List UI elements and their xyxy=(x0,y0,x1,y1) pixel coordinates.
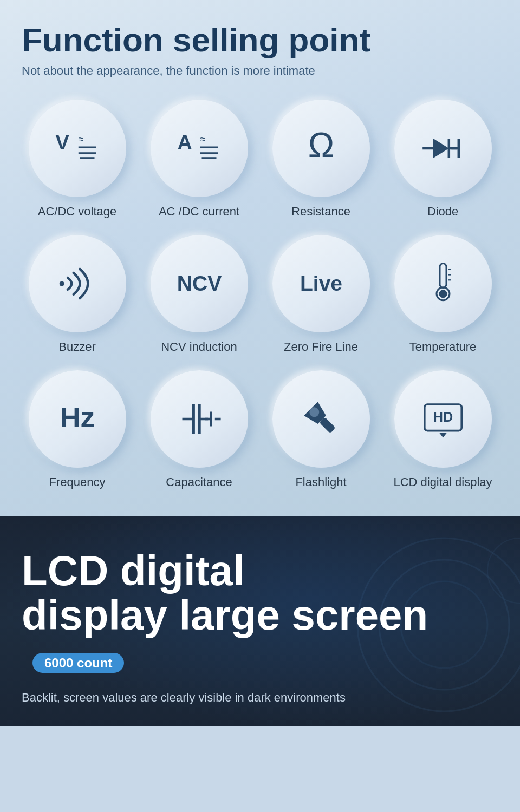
feature-label-flashlight: Flashlight xyxy=(295,475,346,489)
svg-text:NCV: NCV xyxy=(177,272,221,295)
svg-marker-12 xyxy=(433,139,449,158)
lcd-title-line1: LCD digital xyxy=(22,547,245,594)
lcd-subtitle: Backlit, screen values are clearly visib… xyxy=(22,691,498,705)
svg-marker-39 xyxy=(439,433,446,437)
feature-circle-voltage: V ≈ xyxy=(29,100,126,197)
svg-text:≈: ≈ xyxy=(78,134,83,145)
svg-text:≈: ≈ xyxy=(200,134,205,145)
svg-text:Hz: Hz xyxy=(60,402,95,433)
feature-label-ncv: NCV induction xyxy=(161,340,237,354)
feature-circle-cap xyxy=(151,370,248,468)
feature-temperature: Temperature xyxy=(387,235,498,354)
current-icon: A ≈ xyxy=(175,124,224,173)
ncv-icon: NCV xyxy=(175,259,224,308)
main-title: Function selling point xyxy=(22,22,498,58)
feature-circle-lcd: HD xyxy=(394,370,492,468)
feature-circle-ncv: NCV xyxy=(151,235,248,332)
svg-text:V: V xyxy=(55,131,69,154)
feature-lcd-display: HD LCD digital display xyxy=(387,370,498,489)
lcd-title-line2: display large screen xyxy=(22,591,428,639)
count-badge: 6000 count xyxy=(32,653,124,673)
feature-label-current: AC /DC current xyxy=(159,205,239,219)
svg-text:Live: Live xyxy=(300,272,342,295)
feature-label-freq: Frequency xyxy=(49,475,106,489)
feature-label-temp: Temperature xyxy=(410,340,477,354)
svg-rect-20 xyxy=(440,264,446,288)
svg-text:Ω: Ω xyxy=(308,125,334,165)
svg-point-22 xyxy=(439,290,447,298)
feature-capacitance: Capacitance xyxy=(144,370,255,489)
feature-ncv: NCV NCV induction xyxy=(144,235,255,354)
top-section: Function selling point Not about the app… xyxy=(0,0,520,516)
feature-circle-flashlight xyxy=(272,370,370,468)
feature-circle-current: A ≈ xyxy=(151,100,248,197)
feature-label-resistance: Resistance xyxy=(291,205,350,219)
features-grid: V ≈ AC/DC voltage A ≈ AC /DC xyxy=(22,100,498,489)
bottom-section: LCD digital display large screen 6000 co… xyxy=(0,516,520,726)
subtitle: Not about the appearance, the function i… xyxy=(22,64,498,78)
feature-circle-resistance: Ω xyxy=(272,100,370,197)
thermometer-icon xyxy=(419,259,467,308)
feature-label-cap: Capacitance xyxy=(166,475,232,489)
resistance-icon: Ω xyxy=(297,124,346,173)
buzzer-icon xyxy=(53,259,102,308)
svg-text:HD: HD xyxy=(433,410,452,425)
feature-circle-temp xyxy=(394,235,492,332)
feature-label-lcd: LCD digital display xyxy=(393,475,492,489)
svg-text:A: A xyxy=(177,131,192,154)
feature-frequency: Hz Frequency xyxy=(22,370,133,489)
feature-buzzer: Buzzer xyxy=(22,235,133,354)
diode-icon xyxy=(419,124,467,173)
voltage-icon: V ≈ xyxy=(53,124,102,173)
bottom-content: LCD digital display large screen 6000 co… xyxy=(22,549,498,705)
feature-circle-diode xyxy=(394,100,492,197)
feature-circle-buzzer xyxy=(29,235,126,332)
live-icon: Live xyxy=(297,259,346,308)
lcd-title: LCD digital display large screen 6000 co… xyxy=(22,549,498,682)
feature-label-live: Zero Fire Line xyxy=(284,340,358,354)
feature-diode: Diode xyxy=(387,100,498,219)
feature-ac-dc-current: A ≈ AC /DC current xyxy=(144,100,255,219)
hd-display-icon: HD xyxy=(419,395,467,443)
feature-zero-fire-line: Live Zero Fire Line xyxy=(265,235,376,354)
feature-ac-dc-voltage: V ≈ AC/DC voltage xyxy=(22,100,133,219)
capacitor-icon xyxy=(175,395,224,443)
feature-circle-live: Live xyxy=(272,235,370,332)
feature-circle-freq: Hz xyxy=(29,370,126,468)
svg-point-17 xyxy=(59,281,64,286)
feature-label-diode: Diode xyxy=(427,205,458,219)
feature-label-voltage: AC/DC voltage xyxy=(38,205,117,219)
feature-resistance: Ω Resistance xyxy=(265,100,376,219)
feature-label-buzzer: Buzzer xyxy=(58,340,95,354)
flashlight-icon xyxy=(297,395,346,443)
feature-flashlight: Flashlight xyxy=(265,370,376,489)
hz-icon: Hz xyxy=(53,395,102,443)
